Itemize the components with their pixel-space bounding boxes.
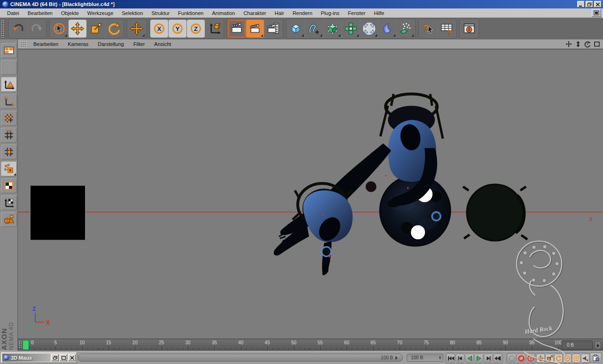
palette-edge-mode-button[interactable] [1,128,17,143]
end-frame-spinner[interactable] [439,355,441,360]
add-spline-button[interactable] [305,20,323,38]
timeline: 0510152025303540455055606570758085909510… [18,339,603,351]
hud-settings-button[interactable]: ? [438,20,456,38]
go-to-end-button[interactable] [493,354,502,363]
content-browser-button[interactable] [460,20,478,38]
key-rotation-toggle[interactable] [554,354,563,363]
palette-layout-button[interactable] [1,43,17,58]
viewport-rotate-icon[interactable] [584,40,591,48]
palette-animation-mode-button[interactable] [1,161,17,176]
viewport-menu-item[interactable]: Kameras [63,40,93,48]
round-table-object[interactable] [366,175,450,246]
viewport-menu-item[interactable]: Bearbeiten [29,40,63,48]
live-selection-tool[interactable] [50,20,68,38]
keyframe-selection-button[interactable] [590,353,602,363]
mini-maximize-button[interactable] [60,354,67,361]
add-particles-button[interactable] [397,20,415,38]
empty-stool-object[interactable] [463,184,527,241]
black-plane-object[interactable] [31,186,85,240]
viewport-menu-grip[interactable] [20,41,26,47]
lock-y-axis-button[interactable]: Y [169,20,186,38]
timeline-tick [325,348,326,350]
add-deformer-button[interactable] [379,20,396,38]
menu-item[interactable]: Hair [271,9,288,17]
add-hypernurbs-button[interactable] [324,20,341,38]
menu-item[interactable]: Funktionen [174,9,208,17]
move-tool[interactable] [69,20,86,38]
menu-item[interactable]: Charakter [239,9,270,17]
viewport-maximize-icon[interactable] [593,40,601,48]
timeline-grip[interactable] [19,341,22,349]
mdi-child-window-button[interactable] [592,9,601,17]
go-to-start-button[interactable] [446,354,455,363]
key-point-level-toggle[interactable] [572,354,580,363]
record-keyframe-button[interactable] [517,354,526,363]
minimize-button[interactable] [577,1,585,8]
toolbar-grip[interactable] [1,20,5,38]
viewport[interactable]: Z X Y X [18,49,603,339]
palette-object-axis-mode-button[interactable] [1,94,17,109]
help-button[interactable]: ? [419,20,437,38]
key-position-toggle[interactable] [536,354,545,363]
menu-item[interactable]: Selektion [117,9,147,17]
menu-item[interactable]: Werkzeuge [83,9,117,17]
next-frame-button[interactable] [484,354,493,363]
minimized-3d-maus-window[interactable]: 3D Maus [1,352,77,363]
palette-texture-mode-button[interactable] [1,178,17,193]
play-forwards-button[interactable] [474,354,483,363]
add-expansion-button[interactable] [360,20,378,38]
mini-window-titlebar[interactable]: 3D Maus [2,354,50,362]
previous-frame-button[interactable] [456,354,464,363]
viewport-zoom-icon[interactable] [574,40,582,48]
lock-z-axis-button[interactable]: Z [187,20,205,38]
undo-button[interactable] [9,20,27,38]
rotate-tool[interactable] [105,20,123,38]
viewport-menu-item[interactable]: Filter [129,40,149,48]
key-scale-toggle[interactable] [545,354,554,363]
lock-x-axis-button[interactable]: X [150,20,168,38]
coordinate-system-button[interactable] [205,20,223,38]
current-frame-box[interactable]: 0 B [562,341,593,349]
viewport-pan-icon[interactable] [565,40,572,48]
restore-button[interactable] [586,1,593,8]
preview-range-slider[interactable]: 100 B [78,354,403,362]
menu-item[interactable]: Struktur [147,9,174,17]
scale-tool[interactable] [87,20,105,38]
key-parameter-toggle[interactable]: P [563,354,572,363]
menu-item[interactable]: Animation [208,9,239,17]
palette-polygon-mode-button[interactable] [1,144,17,159]
menu-item[interactable]: Datei [3,9,23,17]
viewport-canvas[interactable]: Z X Y X [18,49,603,339]
menu-item[interactable]: Plug-ins [317,9,344,17]
add-primitive-cube-button[interactable] [287,20,305,38]
render-picture-viewer-button[interactable] [246,20,264,38]
render-view-button[interactable] [228,20,246,38]
autokey-button[interactable]: ? [526,354,535,363]
play-backwards-button[interactable] [465,354,474,363]
menu-item[interactable]: Rendern [288,9,317,17]
gizmo-z-label: Z [32,306,36,312]
current-frame-marker[interactable] [23,340,29,350]
palette-point-mode-button[interactable] [1,111,17,126]
timeline-tick [61,348,62,350]
frame-spinner[interactable] [595,341,601,349]
add-array-button[interactable] [342,20,360,38]
menu-item[interactable]: Bearbeiten [23,9,57,17]
palette-object-library-button[interactable] [1,212,17,227]
close-button[interactable] [594,1,602,8]
menu-item[interactable]: Objekte [57,9,83,17]
render-settings-button[interactable] [264,20,282,38]
palette-model-mode-button[interactable] [1,77,17,92]
end-frame-field[interactable]: 100 B [407,354,443,362]
menu-item[interactable]: Hilfe [370,9,388,17]
timeline-ruler[interactable]: 0510152025303540455055606570758085909510… [22,339,603,351]
mini-restore-button[interactable] [51,354,59,361]
viewport-menu-item[interactable]: Darstellung [93,40,129,48]
palette-texture-axis-mode-button[interactable] [1,195,17,210]
menu-item[interactable]: Fenster [344,9,370,17]
last-tool-move[interactable] [128,20,146,38]
key-sound-toggle[interactable] [581,354,589,363]
timeline-tick [416,348,416,350]
viewport-menu-item[interactable]: Ansicht [149,40,176,48]
mini-close-button[interactable] [68,354,76,361]
